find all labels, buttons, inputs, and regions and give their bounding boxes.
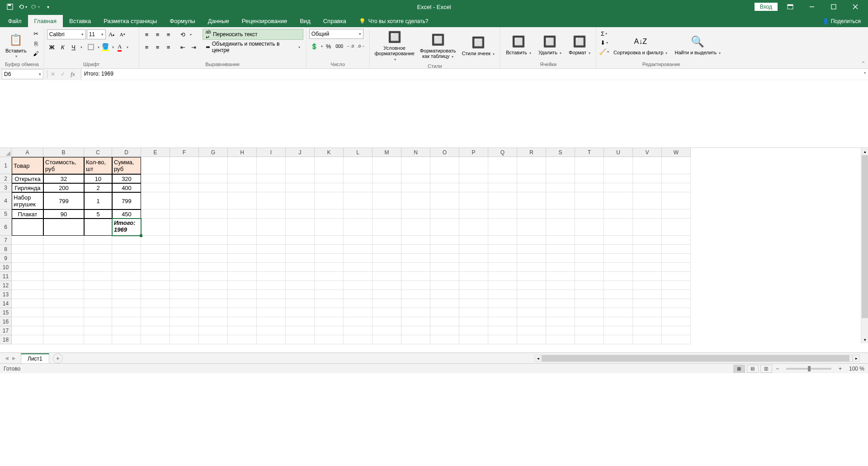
formula-bar-expanded[interactable] xyxy=(0,80,868,147)
sheet-nav-next[interactable]: ▶ xyxy=(11,355,17,361)
cell-M9[interactable] xyxy=(373,254,401,263)
cell-J12[interactable] xyxy=(286,281,315,290)
cell-P13[interactable] xyxy=(459,290,488,299)
cell-E2[interactable] xyxy=(141,174,170,183)
cell-J7[interactable] xyxy=(286,236,315,245)
cell-B12[interactable] xyxy=(43,281,84,290)
cell-A16[interactable] xyxy=(12,317,43,326)
column-header-N[interactable]: N xyxy=(401,148,430,157)
cell-F8[interactable] xyxy=(170,245,199,254)
cell-S17[interactable] xyxy=(546,326,575,335)
cell-L5[interactable] xyxy=(344,209,373,219)
column-header-B[interactable]: B xyxy=(43,148,84,157)
cell-E1[interactable] xyxy=(141,157,170,174)
cell-E14[interactable] xyxy=(141,299,170,308)
cell-U18[interactable] xyxy=(604,335,633,344)
cut-button[interactable]: ✂ xyxy=(31,29,41,38)
cell-C2[interactable]: 10 xyxy=(84,174,112,183)
scroll-right-button[interactable]: ▸ xyxy=(853,355,860,362)
cell-A11[interactable] xyxy=(12,272,43,281)
fill-color-button[interactable]: 🪣 xyxy=(100,43,110,52)
font-name-combo[interactable]: Calibri▾ xyxy=(47,29,86,39)
column-header-K[interactable]: K xyxy=(315,148,344,157)
cell-P10[interactable] xyxy=(459,263,488,272)
cell-I17[interactable] xyxy=(257,326,286,335)
cell-H7[interactable] xyxy=(228,236,257,245)
column-header-O[interactable]: O xyxy=(430,148,459,157)
cell-K4[interactable] xyxy=(315,192,344,209)
cell-V11[interactable] xyxy=(633,272,662,281)
cell-V14[interactable] xyxy=(633,299,662,308)
cell-H12[interactable] xyxy=(228,281,257,290)
row-header-8[interactable]: 8 xyxy=(0,245,12,254)
cell-M17[interactable] xyxy=(373,326,401,335)
column-header-D[interactable]: D xyxy=(112,148,141,157)
cell-V15[interactable] xyxy=(633,308,662,317)
cell-M13[interactable] xyxy=(373,290,401,299)
cancel-formula-button[interactable]: ✕ xyxy=(48,70,57,79)
cell-P4[interactable] xyxy=(459,192,488,209)
cell-A4[interactable]: Набор игрушек xyxy=(12,192,43,209)
cell-M2[interactable] xyxy=(373,174,401,183)
select-all-button[interactable] xyxy=(0,148,12,157)
cell-M8[interactable] xyxy=(373,245,401,254)
cell-J5[interactable] xyxy=(286,209,315,219)
tab-data[interactable]: Данные xyxy=(202,15,236,27)
cell-L17[interactable] xyxy=(344,326,373,335)
cell-W3[interactable] xyxy=(662,183,691,192)
cell-C10[interactable] xyxy=(84,263,112,272)
delete-cells-button[interactable]: 🔲 Удалить ▾ xyxy=(536,29,564,62)
cell-H14[interactable] xyxy=(228,299,257,308)
cell-K15[interactable] xyxy=(315,308,344,317)
maximize-button[interactable] xyxy=(825,0,843,14)
cell-G14[interactable] xyxy=(199,299,228,308)
cell-I11[interactable] xyxy=(257,272,286,281)
scroll-up-button[interactable]: ▴ xyxy=(861,148,868,155)
cell-T2[interactable] xyxy=(575,174,604,183)
cell-U14[interactable] xyxy=(604,299,633,308)
cell-O5[interactable] xyxy=(430,209,459,219)
cell-K6[interactable] xyxy=(315,219,344,236)
h-scroll-thumb[interactable] xyxy=(542,355,849,361)
cell-A13[interactable] xyxy=(12,290,43,299)
cell-M10[interactable] xyxy=(373,263,401,272)
cell-I10[interactable] xyxy=(257,263,286,272)
cell-D1[interactable]: Сумма, руб xyxy=(112,157,141,174)
cell-A14[interactable] xyxy=(12,299,43,308)
decrease-indent-button[interactable]: ⇤ xyxy=(178,43,188,52)
cell-K11[interactable] xyxy=(315,272,344,281)
cell-L4[interactable] xyxy=(344,192,373,209)
cell-P1[interactable] xyxy=(459,157,488,174)
cell-U7[interactable] xyxy=(604,236,633,245)
cell-U5[interactable] xyxy=(604,209,633,219)
cell-L2[interactable] xyxy=(344,174,373,183)
cell-F12[interactable] xyxy=(170,281,199,290)
cell-D7[interactable] xyxy=(112,236,141,245)
cell-R4[interactable] xyxy=(517,192,546,209)
cell-K10[interactable] xyxy=(315,263,344,272)
add-sheet-button[interactable]: + xyxy=(53,353,63,363)
cell-H15[interactable] xyxy=(228,308,257,317)
cell-L6[interactable] xyxy=(344,219,373,236)
tab-page-layout[interactable]: Разметка страницы xyxy=(97,15,163,27)
cell-I2[interactable] xyxy=(257,174,286,183)
cell-Q2[interactable] xyxy=(488,174,517,183)
cell-N16[interactable] xyxy=(401,317,430,326)
cell-K1[interactable] xyxy=(315,157,344,174)
cell-D5[interactable]: 450 xyxy=(112,209,141,219)
column-header-T[interactable]: T xyxy=(575,148,604,157)
column-header-E[interactable]: E xyxy=(141,148,170,157)
cell-W18[interactable] xyxy=(662,335,691,344)
cell-P8[interactable] xyxy=(459,245,488,254)
cell-S4[interactable] xyxy=(546,192,575,209)
cell-W2[interactable] xyxy=(662,174,691,183)
cell-V8[interactable] xyxy=(633,245,662,254)
cell-D16[interactable] xyxy=(112,317,141,326)
cell-R2[interactable] xyxy=(517,174,546,183)
accounting-button[interactable]: 💲 xyxy=(309,42,319,51)
cell-K3[interactable] xyxy=(315,183,344,192)
cell-O3[interactable] xyxy=(430,183,459,192)
cell-W1[interactable] xyxy=(662,157,691,174)
fill-handle[interactable] xyxy=(140,234,142,237)
cell-B7[interactable] xyxy=(43,236,84,245)
